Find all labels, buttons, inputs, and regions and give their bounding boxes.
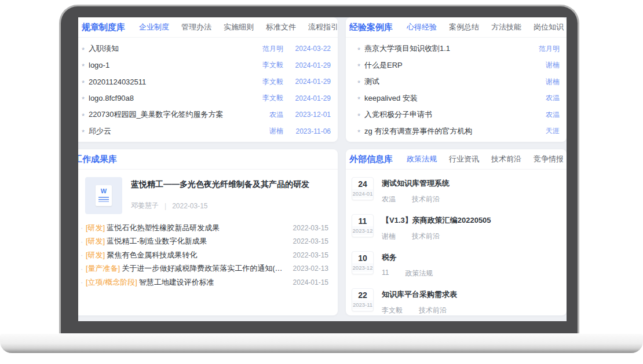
laptop-base [0, 333, 643, 353]
word-icon-letter: W [96, 188, 112, 194]
doc-date: 2024-03-22 [283, 45, 331, 53]
author-link[interactable]: 天涯 [523, 126, 560, 136]
author-link[interactable]: 农温 [246, 110, 283, 120]
list-item[interactable]: 222023-11知识库平台采购需求表李文毅技术前沿 [352, 288, 558, 315]
tab-竞争情报[interactable]: 竞争情报 [534, 154, 564, 164]
author-link[interactable]: 李文毅 [246, 60, 283, 70]
list-item[interactable]: 什么是ERP谢楠 [357, 57, 560, 74]
list-item[interactable]: [量产准备]关于进一步做好减税降费政策落实工作的通知(比对文档)2023-02-… [81, 262, 328, 276]
list-item[interactable]: 燕京大学项目知识收割1.1范月明 [357, 41, 560, 57]
list-item[interactable]: [研发]聚焦有色金属科技成果转化2022-03-15 [81, 248, 328, 262]
tab-流程指引[interactable]: 流程指引 [308, 22, 338, 32]
date-month: 2023-12 [352, 263, 373, 272]
doc-title: 邱少云 [89, 126, 246, 137]
bullet-icon [357, 94, 364, 102]
list-item[interactable]: zg 有没有调查异事件的官方机构天涯 [357, 123, 560, 140]
author-link[interactable]: 谢楠 [523, 60, 560, 70]
bullet-icon [357, 111, 364, 119]
doc-title: 知识库平台采购需求表 [382, 289, 558, 300]
doc-title: 蓝悦精工-制造业数字化新成果 [107, 236, 288, 247]
list-item[interactable]: [立项/概念阶段]智慧工地建设评价标准2024-01-15 [81, 275, 328, 289]
category-label: 技术前沿 [412, 194, 440, 204]
panel-external-header: 外部信息库 政策法规行业资讯技术前沿竞争情报 [346, 149, 567, 170]
stage-tag: [立项/概念阶段] [86, 277, 137, 288]
tab-方法技能[interactable]: 方法技能 [491, 22, 521, 32]
list-item[interactable]: 112023-12【V1.3】亲商政策汇编20220505谢楠技术前沿 [352, 214, 558, 241]
bullet-icon [357, 127, 364, 135]
panel-external-title[interactable]: 外部信息库 [349, 154, 393, 165]
panel-results-title[interactable]: 工作成果库 [78, 154, 117, 165]
bullet-icon [357, 61, 364, 69]
tab-案例总结[interactable]: 案例总结 [449, 22, 479, 32]
dot-icon [81, 278, 86, 286]
document-lines-icon [98, 197, 109, 202]
featured-date: 2022-03-15 [172, 202, 207, 210]
panel-experience-library: 经验案例库 心得经验案例总结方法技能岗位知识创新建议 燕京大学项目知识收割1.1… [346, 17, 567, 142]
date-month: 2023-11 [352, 300, 373, 309]
tab-管理办法[interactable]: 管理办法 [181, 22, 211, 32]
panel-results-header: 工作成果库 [78, 149, 338, 170]
doc-title: 智慧工地建设评价标准 [139, 277, 288, 288]
list-item[interactable]: 入党积极分子申请书农温 [357, 106, 560, 123]
author-link[interactable]: 范月明 [246, 44, 283, 54]
category-label: 技术前沿 [412, 231, 440, 241]
ext-info: 知识库平台采购需求表李文毅技术前沿 [382, 288, 558, 315]
tab-行业资讯[interactable]: 行业资讯 [449, 154, 479, 164]
stage-tag: [研发] [86, 236, 105, 247]
list-item[interactable]: 220730程园园_美巢数字化签约服务方案农温2023-12-01 [82, 106, 331, 123]
tab-技术前沿[interactable]: 技术前沿 [491, 154, 521, 164]
list-item[interactable]: keepalived 安装农温 [357, 90, 560, 107]
doc-title: 测试 [364, 76, 523, 87]
author-link[interactable]: 谢楠 [246, 126, 283, 136]
author-link[interactable]: 谢楠 [382, 231, 396, 241]
doc-meta: 11政策法规 [382, 269, 558, 278]
dot-icon [81, 237, 86, 246]
tab-岗位知识[interactable]: 岗位知识 [534, 22, 564, 32]
author-link[interactable]: 范月明 [523, 44, 560, 54]
list-item[interactable]: logo.8fcf90a8李文毅2024-01-29 [82, 90, 331, 107]
list-item[interactable]: logo-1李文毅2024-01-29 [82, 57, 331, 74]
author-link[interactable]: 农温 [382, 194, 396, 204]
list-item[interactable]: 入职须知范月明2024-03-22 [82, 41, 331, 57]
list-item[interactable]: 102023-12税务11政策法规 [352, 251, 558, 278]
list-item[interactable]: [研发]蓝悦精工-制造业数字化新成果2022-03-15 [81, 235, 328, 249]
list-item[interactable]: [研发]蓝悦石化热塑性橡胶新品研发成果2022-03-15 [81, 221, 328, 235]
author-link[interactable]: 农温 [523, 110, 560, 120]
featured-author[interactable]: 邓姜慧子 [131, 201, 159, 211]
featured-article[interactable]: W 蓝悦精工——多光色夜光纤维制备及其产品的研发 邓姜慧子 | 2022-03-… [78, 170, 338, 219]
bullet-icon [82, 78, 89, 86]
stage-tag: [研发] [86, 223, 105, 233]
list-item[interactable]: 242024-01测试知识库管理系统农温技术前沿 [352, 177, 558, 204]
doc-title: 入党积极分子申请书 [364, 109, 523, 120]
ext-info: 税务11政策法规 [382, 251, 558, 278]
list-item[interactable]: 20201124032511李文毅2024-01-29 [82, 73, 331, 90]
tab-心得经验[interactable]: 心得经验 [407, 22, 437, 32]
tab-标准文件[interactable]: 标准文件 [266, 22, 296, 32]
bullet-icon [82, 45, 89, 53]
panel-rules-library: 规章制度库 企业制度管理办法实施细则标准文件流程指引 入职须知范月明2024-0… [78, 17, 338, 142]
doc-title: 聚焦有色金属科技成果转化 [107, 250, 288, 260]
panel-rules-tabs: 企业制度管理办法实施细则标准文件流程指引 [139, 22, 338, 32]
stage-tag: [研发] [86, 250, 105, 260]
panel-experience-tabs: 心得经验案例总结方法技能岗位知识创新建议 [407, 22, 567, 32]
author-link[interactable]: 11 [382, 269, 389, 278]
author-link[interactable]: 李文毅 [246, 77, 283, 87]
list-item[interactable]: 邱少云谢楠2023-11-06 [82, 123, 331, 140]
featured-title[interactable]: 蓝悦精工——多光色夜光纤维制备及其产品的研发 [131, 179, 309, 190]
doc-title: 蓝悦石化热塑性橡胶新品研发成果 [107, 223, 288, 233]
panel-experience-title[interactable]: 经验案例库 [349, 22, 393, 33]
tab-政策法规[interactable]: 政策法规 [407, 154, 437, 164]
doc-date: 2023-11-06 [283, 127, 331, 135]
doc-meta: 农温技术前沿 [382, 194, 558, 204]
tab-实施细则[interactable]: 实施细则 [224, 22, 254, 32]
author-link[interactable]: 农温 [523, 93, 560, 103]
tab-企业制度[interactable]: 企业制度 [139, 22, 169, 32]
panel-rules-title[interactable]: 规章制度库 [82, 22, 125, 33]
author-link[interactable]: 李文毅 [246, 93, 283, 103]
author-link[interactable]: 谢楠 [523, 77, 560, 87]
list-item[interactable]: 测试谢楠 [357, 73, 560, 90]
doc-title: 20201124032511 [89, 78, 246, 86]
author-link[interactable]: 李文毅 [382, 306, 403, 315]
bullet-icon [357, 78, 364, 86]
results-doc-list: [研发]蓝悦石化热塑性橡胶新品研发成果2022-03-15[研发]蓝悦精工-制造… [78, 221, 338, 289]
